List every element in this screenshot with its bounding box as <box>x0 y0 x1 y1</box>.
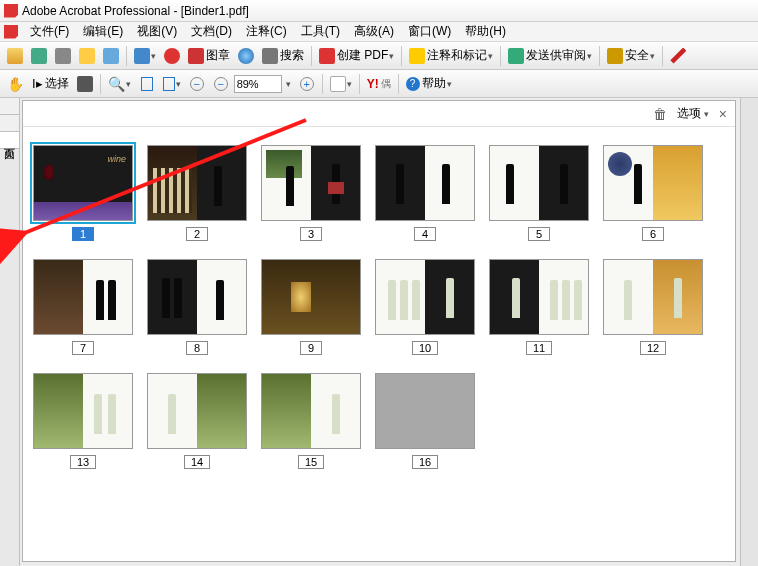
zoom-input[interactable] <box>234 75 282 93</box>
menu-advanced[interactable]: 高级(A) <box>348 22 400 41</box>
zoom-in-icon: 🔍 <box>108 76 125 92</box>
page-thumbnail[interactable]: 13 <box>33 373 133 469</box>
close-icon[interactable]: × <box>719 106 727 122</box>
attach-button[interactable]: ▾ <box>131 45 159 67</box>
stamp-button[interactable]: 图章 <box>185 45 233 67</box>
annotate-button[interactable]: 注释和标记▾ <box>406 45 496 67</box>
page-thumbnail[interactable]: 7 <box>33 259 133 355</box>
thumbnail-label: 2 <box>186 227 208 241</box>
pages-panel: 🗑 选项 ▾ × wine12345678910111213141516 <box>22 100 736 562</box>
select-tool-button[interactable]: I▸选择 <box>29 73 72 95</box>
page-thumbnail[interactable]: 11 <box>489 259 589 355</box>
chevron-down-icon: ▾ <box>704 109 709 119</box>
separator <box>500 46 501 66</box>
thumbnail-grid: wine12345678910111213141516 <box>33 145 731 469</box>
page-thumbnail[interactable]: 10 <box>375 259 475 355</box>
thumbnail-image <box>261 373 361 449</box>
app-icon <box>4 4 18 18</box>
options-button[interactable]: 选项 ▾ <box>677 105 708 122</box>
page-thumbnail[interactable]: wine1 <box>33 145 133 241</box>
thumbnail-image <box>603 259 703 335</box>
menu-tools[interactable]: 工具(T) <box>295 22 346 41</box>
sign-button[interactable] <box>667 45 689 67</box>
page-thumbnail[interactable]: 15 <box>261 373 361 469</box>
open-button[interactable] <box>4 45 26 67</box>
separator <box>311 46 312 66</box>
trash-icon[interactable]: 🗑 <box>653 106 667 122</box>
minus-icon: − <box>190 77 204 91</box>
menu-help[interactable]: 帮助(H) <box>459 22 512 41</box>
fit-page-icon <box>141 77 153 91</box>
chevron-down-icon[interactable]: ▾ <box>283 79 294 89</box>
panel-header: 🗑 选项 ▾ × <box>23 101 735 127</box>
page-thumbnail[interactable]: 4 <box>375 145 475 241</box>
save-button[interactable] <box>28 45 50 67</box>
stop-button[interactable] <box>161 45 183 67</box>
page-thumbnail[interactable]: 6 <box>603 145 703 241</box>
menu-file[interactable]: 文件(F) <box>24 22 75 41</box>
thumbnail-image <box>147 145 247 221</box>
create-pdf-button[interactable]: 创建 PDF▾ <box>316 45 397 67</box>
fit-page-button[interactable] <box>136 73 158 95</box>
thumbnail-image <box>375 259 475 335</box>
zoom-in-button[interactable]: 🔍▾ <box>105 73 134 95</box>
yahoo-button[interactable]: Y!偶 <box>364 73 394 95</box>
thumbnail-image <box>375 145 475 221</box>
thumbnail-label: 14 <box>184 455 210 469</box>
menu-document[interactable]: 文档(D) <box>185 22 238 41</box>
stamp-label: 图章 <box>206 47 230 64</box>
page-thumbnail[interactable]: 5 <box>489 145 589 241</box>
thumbnail-label: 1 <box>72 227 94 241</box>
menu-view[interactable]: 视图(V) <box>131 22 183 41</box>
window-title: Adobe Acrobat Professional - [Binder1.pd… <box>22 4 249 18</box>
thumbnail-label: 5 <box>528 227 550 241</box>
chevron-down-icon: ▾ <box>488 51 493 61</box>
fit-width-button[interactable]: ▾ <box>160 73 184 95</box>
tab-pages[interactable]: 页面 <box>0 132 19 149</box>
send-review-button[interactable]: 发送供审阅▾ <box>505 45 595 67</box>
text-cursor-icon: I▸ <box>32 76 43 91</box>
send-review-label: 发送供审阅 <box>526 47 586 64</box>
menu-window[interactable]: 窗口(W) <box>402 22 457 41</box>
page-thumbnail[interactable]: 3 <box>261 145 361 241</box>
separator <box>599 46 600 66</box>
page-thumbnail[interactable]: 14 <box>147 373 247 469</box>
page-thumbnail[interactable]: 16 <box>375 373 475 469</box>
menu-comments[interactable]: 注释(C) <box>240 22 293 41</box>
hand-tool-button[interactable]: ✋ <box>4 73 27 95</box>
separator <box>662 46 663 66</box>
side-tabs: 书签 签名 页面 <box>0 98 20 566</box>
thumbnail-image <box>603 145 703 221</box>
chevron-down-icon: ▾ <box>389 51 394 61</box>
yahoo-icon: Y! <box>367 77 379 91</box>
zoom-dropdown-button[interactable]: − <box>210 73 232 95</box>
zoom-out-step-button[interactable]: − <box>186 73 208 95</box>
separator <box>100 74 101 94</box>
page-thumbnail[interactable]: 2 <box>147 145 247 241</box>
thumbnail-image: wine <box>33 145 133 221</box>
export-task-button[interactable]: ▾ <box>327 73 355 95</box>
thumbnail-label: 9 <box>300 341 322 355</box>
organizer-button[interactable] <box>100 45 122 67</box>
thumbnails-area[interactable]: wine12345678910111213141516 <box>23 127 735 561</box>
separator <box>398 74 399 94</box>
tab-signatures[interactable]: 签名 <box>0 115 19 132</box>
separator <box>359 74 360 94</box>
menu-edit[interactable]: 编辑(E) <box>77 22 129 41</box>
zoom-in-step-button[interactable]: + <box>296 73 318 95</box>
snapshot-button[interactable] <box>74 73 96 95</box>
globe-button[interactable] <box>235 45 257 67</box>
chevron-down-icon: ▾ <box>176 79 181 89</box>
help-button[interactable]: ?帮助▾ <box>403 73 455 95</box>
search-button[interactable]: 搜索 <box>259 45 307 67</box>
thumbnail-label: 4 <box>414 227 436 241</box>
thumbnail-image <box>33 373 133 449</box>
security-button[interactable]: 安全▾ <box>604 45 658 67</box>
print-button[interactable] <box>52 45 74 67</box>
email-button[interactable] <box>76 45 98 67</box>
title-bar: Adobe Acrobat Professional - [Binder1.pd… <box>0 0 758 22</box>
tab-bookmarks[interactable]: 书签 <box>0 98 19 115</box>
page-thumbnail[interactable]: 9 <box>261 259 361 355</box>
page-thumbnail[interactable]: 12 <box>603 259 703 355</box>
page-thumbnail[interactable]: 8 <box>147 259 247 355</box>
